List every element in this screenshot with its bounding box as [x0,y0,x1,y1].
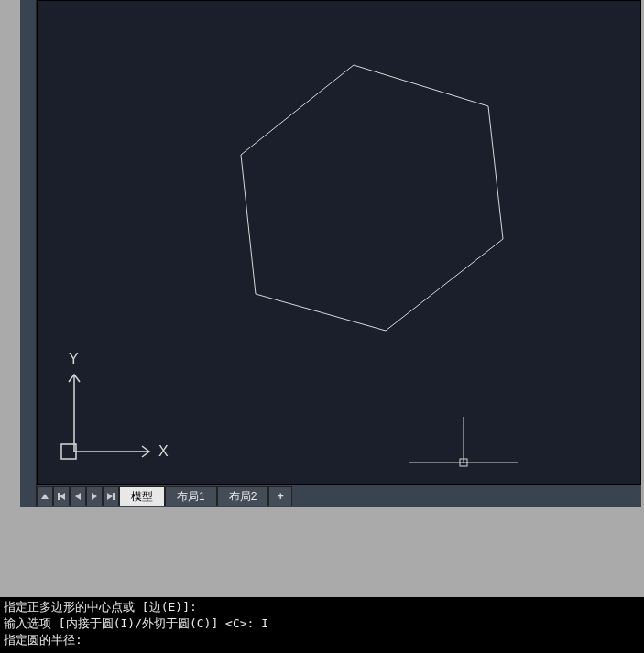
command-history-line: 指定正多边形的中心点或 [边(E)]: [4,599,640,615]
tab-layout1[interactable]: 布局1 [165,486,217,506]
svg-marker-0 [241,65,503,331]
svg-marker-11 [92,493,97,500]
tab-add-button[interactable]: + [268,486,292,506]
drawing-canvas[interactable]: X Y [37,0,641,485]
command-prompt-line: 指定圆的半径: [4,632,640,648]
svg-rect-6 [460,459,467,466]
svg-rect-8 [58,493,60,500]
tab-model[interactable]: 模型 [119,486,165,506]
command-line-panel[interactable]: 指定正多边形的中心点或 [边(E)]: 输入选项 [内接于圆(I)/外切于圆(C… [0,597,644,653]
crosshair-cursor [409,417,518,472]
command-history-line: 输入选项 [内接于圆(I)/外切于圆(C)] <C>: I [4,615,640,632]
svg-marker-7 [41,494,49,499]
nav-first-icon[interactable] [53,486,70,506]
tab-layout2[interactable]: 布局2 [217,486,269,506]
svg-marker-12 [107,493,113,500]
svg-rect-13 [113,493,115,500]
hexagon-shape [221,47,523,340]
tab-bar: 模型 布局1 布局2 + [37,485,641,507]
nav-last-icon[interactable] [103,486,119,506]
nav-next-icon[interactable] [86,486,103,506]
drawing-window: X Y 模型 布局1 布局2 + [20,0,641,507]
left-sidebar-stub [20,0,37,507]
ucs-y-label: Y [69,351,79,366]
nav-prev-icon[interactable] [70,486,86,506]
scroll-up-icon[interactable] [37,486,53,506]
svg-marker-10 [75,493,81,500]
svg-rect-3 [61,444,76,459]
ucs-x-label: X [158,443,169,459]
ucs-axes-icon: X Y [58,349,177,468]
svg-marker-9 [60,493,65,500]
